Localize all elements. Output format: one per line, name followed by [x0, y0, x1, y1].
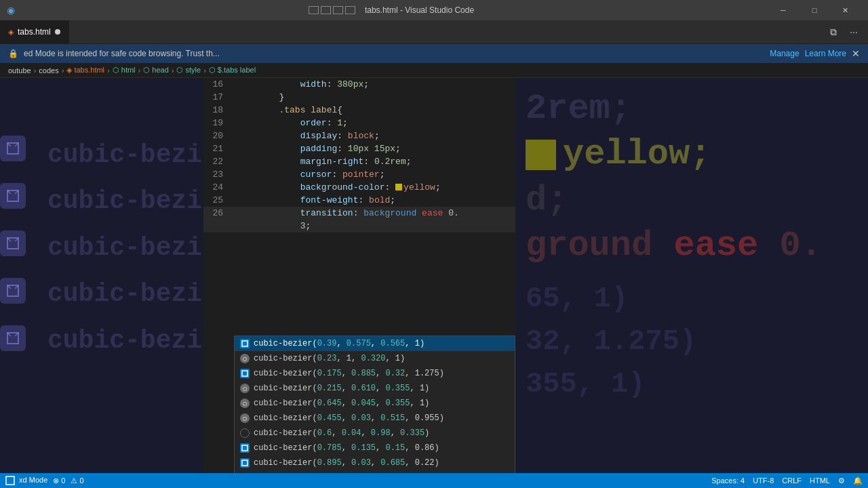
bg-line-2: yellow;: [526, 134, 858, 176]
unsaved-indicator: [55, 29, 60, 35]
svg-rect-18: [242, 460, 248, 466]
code-line-20: 20 display: block;: [203, 129, 515, 142]
status-spaces[interactable]: Spaces: 4: [711, 476, 745, 485]
breadcrumb-file[interactable]: ◈ tabs.html: [66, 66, 104, 75]
breadcrumb-html[interactable]: ⬡ html: [113, 66, 136, 75]
status-feedback-icon[interactable]: ⚙: [838, 476, 845, 485]
ac-item-10[interactable]: ◯ cubic-bezier(-0.6, -0.28, 0.735, 0.045…: [235, 470, 515, 473]
close-button[interactable]: ✕: [830, 0, 861, 20]
code-line-26: 26 transition: background ease 0.: [203, 207, 515, 220]
manage-link[interactable]: Manage: [770, 49, 799, 58]
ac-text-1: cubic-bezier(0.39, 0.575, 0.565, 1): [254, 339, 509, 348]
learn-more-link[interactable]: Learn More: [805, 49, 846, 58]
bg-large-text-area: 2rem; yellow; d; ground ease 0. 65, 1) 3…: [515, 78, 868, 473]
code-line-18: 18 .tabs label{: [203, 104, 515, 117]
layout-icon-2[interactable]: [321, 6, 331, 14]
background-code-text: cubic-bezie cubic-bezie cubic-bezie cubi…: [47, 78, 203, 473]
svg-rect-17: [242, 445, 248, 451]
breadcrumb-head[interactable]: ⬡ head: [143, 66, 169, 75]
code-line-24: 24 background-color: yellow;: [203, 181, 515, 194]
status-bar: xd Mode ⊗ 0 ⚠ 0 Spaces: 4 UTF-8 CRLF HTM…: [0, 473, 868, 488]
title-bar-left: ◉: [7, 5, 15, 16]
ac-item-9[interactable]: cubic-bezier(0.895, 0.03, 0.685, 0.22): [235, 455, 515, 470]
bg-cubic-2: 32, 1.275): [526, 321, 858, 363]
ac-item-6[interactable]: ◯ cubic-bezier(0.455, 0.03, 0.515, 0.955…: [235, 411, 515, 426]
status-warnings[interactable]: ⚠ 0: [71, 476, 83, 485]
ac-item-3[interactable]: cubic-bezier(0.175, 0.885, 0.32, 1.275): [235, 366, 515, 381]
status-language[interactable]: HTML: [810, 476, 830, 485]
tab-label: tabs.html: [18, 27, 51, 37]
ac-text-3: cubic-bezier(0.175, 0.885, 0.32, 1.275): [254, 369, 509, 378]
ac-icon-circle-4: ◯: [240, 384, 250, 393]
window-title: tabs.html - Visual Studio Code: [365, 5, 474, 15]
ac-icon-cube-9: [240, 458, 250, 468]
breadcrumb-youtube[interactable]: outube: [8, 66, 31, 75]
ac-item-4[interactable]: ◯ cubic-bezier(0.215, 0.610, 0.355, 1): [235, 381, 515, 396]
status-right: Spaces: 4 UTF-8 CRLF HTML ⚙ 🔔: [711, 476, 863, 485]
breadcrumb-style[interactable]: ⬡ style: [176, 66, 201, 75]
ac-text-8: cubic-bezier(0.785, 0.135, 0.15, 0.86): [254, 443, 509, 453]
maximize-button[interactable]: □: [799, 0, 830, 20]
ac-text-2: cubic-bezier(0.23, 1, 0.320, 1): [254, 354, 509, 363]
ac-item-5[interactable]: ◯ cubic-bezier(0.645, 0.045, 0.355, 1): [235, 396, 515, 411]
editor-area: cubic-bezie cubic-bezie cubic-bezie cubi…: [0, 78, 868, 473]
bg-text-line-5: cubic-bezie: [47, 318, 203, 364]
split-editor-button[interactable]: ⧉: [825, 23, 842, 41]
bg-cube-5: [0, 325, 26, 351]
ac-text-9: cubic-bezier(0.895, 0.03, 0.685, 0.22): [254, 458, 509, 468]
app-icon: ◉: [7, 5, 15, 16]
background-left: [0, 78, 47, 473]
code-line-17: 17 }: [203, 91, 515, 104]
code-line-25: 25 font-weight: bold;: [203, 194, 515, 207]
breadcrumb-selector[interactable]: ⬡ $.tabs label: [209, 66, 256, 75]
bg-text-line-4: cubic-bezie: [47, 271, 203, 317]
window-controls: ─ □ ✕: [768, 0, 861, 20]
status-line-ending[interactable]: CRLF: [782, 476, 802, 485]
ac-text-4: cubic-bezier(0.215, 0.610, 0.355, 1): [254, 384, 509, 393]
more-actions-button[interactable]: ···: [845, 23, 863, 41]
ac-icon-cube-1: [240, 339, 250, 348]
bg-cube-3: [0, 230, 26, 256]
bg-line-3: d;: [526, 180, 858, 222]
svg-rect-20: [6, 476, 14, 485]
bg-text-line-1: cubic-bezie: [47, 132, 203, 178]
ac-icon-circle-6: ◯: [240, 413, 250, 423]
ac-item-8[interactable]: cubic-bezier(0.785, 0.135, 0.15, 0.86): [235, 441, 515, 455]
ac-icon-circle-2: ◯: [240, 354, 250, 363]
notification-icon: 🔒: [8, 49, 18, 58]
title-bar: ◉ tabs.html - Visual Studio Code ─ □ ✕: [0, 0, 868, 20]
bg-cubic-3: 355, 1): [526, 363, 858, 406]
tab-tabs-html[interactable]: ◈ tabs.html: [0, 20, 69, 44]
bg-cube-4: [0, 278, 26, 304]
ac-item-2[interactable]: ◯ cubic-bezier(0.23, 1, 0.320, 1): [235, 351, 515, 366]
status-bell-icon[interactable]: 🔔: [853, 476, 863, 485]
ac-item-1[interactable]: cubic-bezier(0.39, 0.575, 0.565, 1): [235, 336, 515, 351]
code-line-21: 21 padding: 10px 15px;: [203, 142, 515, 155]
notification-close-button[interactable]: ✕: [852, 48, 860, 59]
ac-text-5: cubic-bezier(0.645, 0.045, 0.355, 1): [254, 399, 509, 408]
background-right: 2rem; yellow; d; ground ease 0. 65, 1) 3…: [515, 78, 868, 473]
breadcrumb: outube › codes › ◈ tabs.html › ⬡ html › …: [0, 63, 868, 78]
bg-text-line-3: cubic-bezie: [47, 225, 203, 271]
bg-cube-2: [0, 183, 26, 209]
minimize-button[interactable]: ─: [768, 0, 799, 20]
ac-item-7[interactable]: cubic-bezier(0.6, 0.04, 0.98, 0.335): [235, 426, 515, 441]
status-mode[interactable]: xd Mode: [5, 476, 47, 485]
bg-cubic-1: 65, 1): [526, 278, 858, 321]
tab-actions: ⧉ ···: [825, 23, 868, 41]
layout-icon-4[interactable]: [345, 6, 355, 14]
editor-panel: 16 width: 380px; 17 } 18 .tabs label{ 19: [203, 78, 515, 473]
code-line-23: 23 cursor: pointer;: [203, 168, 515, 181]
autocomplete-dropdown: cubic-bezier(0.39, 0.575, 0.565, 1) ◯ cu…: [234, 336, 515, 473]
layout-icon-3[interactable]: [333, 6, 343, 14]
ac-icon-circle-5: ◯: [240, 399, 250, 408]
tab-bar: ◈ tabs.html ⧉ ···: [0, 20, 868, 44]
breadcrumb-codes[interactable]: codes: [39, 66, 58, 75]
status-errors[interactable]: ⊗ 0: [53, 476, 65, 485]
status-encoding[interactable]: UTF-8: [753, 476, 774, 485]
bg-line-1: 2rem;: [526, 85, 858, 130]
bg-cubic-lines: 65, 1) 32, 1.275) 355, 1): [526, 278, 858, 406]
status-left: xd Mode ⊗ 0 ⚠ 0: [5, 476, 84, 485]
layout-icon-1[interactable]: [309, 6, 319, 14]
bg-cube-1: [0, 136, 26, 161]
